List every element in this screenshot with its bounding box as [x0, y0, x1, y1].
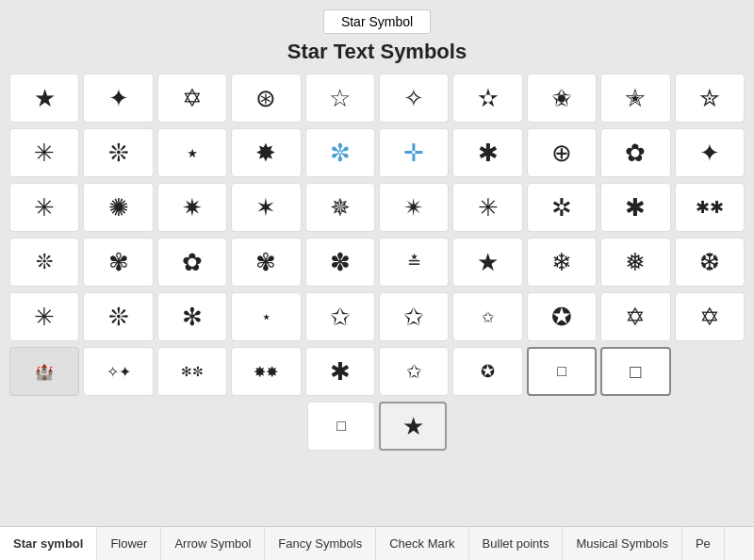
- symbol-cell[interactable]: ❄: [527, 238, 597, 287]
- tab-flower[interactable]: Flower: [97, 527, 161, 560]
- symbol-cell[interactable]: ✻: [157, 292, 227, 341]
- symbol-cell[interactable]: ✮: [675, 74, 745, 123]
- symbol-cell[interactable]: ✲: [527, 183, 597, 232]
- symbol-cell[interactable]: ✫: [452, 74, 522, 123]
- bottom-symbol-row: □ ★: [0, 402, 754, 451]
- symbol-cell[interactable]: ❊: [83, 128, 153, 177]
- symbol-cell[interactable]: ≛: [379, 238, 449, 287]
- symbol-cell[interactable]: ✽: [305, 238, 375, 287]
- symbol-cell[interactable]: ✱: [600, 183, 670, 232]
- tab-arrow-symbol[interactable]: Arrow Symbol: [161, 527, 265, 560]
- symbol-cell[interactable]: □: [527, 347, 597, 396]
- symbol-cell[interactable]: ✷: [157, 183, 227, 232]
- symbol-cell[interactable]: ✳: [9, 128, 79, 177]
- symbol-cell[interactable]: ✩: [305, 292, 375, 341]
- bottom-symbol-empty[interactable]: □: [307, 402, 375, 451]
- symbol-cell[interactable]: ✱✱: [675, 183, 745, 232]
- symbol-cell[interactable]: ✧✦: [83, 347, 153, 396]
- navigation-tabs: Star symbol Flower Arrow Symbol Fancy Sy…: [0, 526, 754, 560]
- tab-fancy-symbols[interactable]: Fancy Symbols: [265, 527, 376, 560]
- symbol-cell[interactable]: ✼: [305, 128, 375, 177]
- symbol-cell[interactable]: ✾: [83, 238, 153, 287]
- symbol-cell[interactable]: ✪: [452, 347, 522, 396]
- symbol-cell[interactable]: ✬: [527, 74, 597, 123]
- symbol-cell[interactable]: 🏰: [9, 347, 79, 396]
- symbol-cell[interactable]: ✦: [83, 74, 153, 123]
- tab-pe[interactable]: Pe: [682, 527, 725, 560]
- symbol-row-2: ✳ ✺ ✷ ✶ ✵ ✴ ✳ ✲ ✱ ✱✱: [9, 183, 745, 232]
- symbol-cell[interactable]: ✦: [675, 128, 745, 177]
- symbol-cell[interactable]: ❊: [9, 238, 79, 287]
- symbol-cell[interactable]: ⊕: [527, 128, 597, 177]
- symbol-row-1: ✳ ❊ ⋆ ✸ ✼ ✛ ✱ ⊕ ✿ ✦: [9, 128, 745, 177]
- symbol-cell[interactable]: ✴: [379, 183, 449, 232]
- page-title: Star Text Symbols: [0, 40, 754, 64]
- symbol-cell[interactable]: ✱: [452, 128, 522, 177]
- symbol-cell[interactable]: ✺: [83, 183, 153, 232]
- symbol-cell[interactable]: □: [600, 347, 670, 396]
- symbol-cell[interactable]: ✡: [157, 74, 227, 123]
- symbol-cell[interactable]: ✡: [675, 292, 745, 341]
- symbol-cell[interactable]: ✳: [452, 183, 522, 232]
- symbol-cell[interactable]: ❆: [675, 238, 745, 287]
- symbol-cell[interactable]: ✪: [527, 292, 597, 341]
- symbol-cell[interactable]: ✧: [379, 74, 449, 123]
- symbol-cell[interactable]: ⋆: [231, 292, 301, 341]
- symbol-row-0: ★ ✦ ✡ ⊛ ☆ ✧ ✫ ✬ ✭ ✮: [9, 74, 745, 123]
- symbol-cell[interactable]: ★: [452, 238, 522, 287]
- symbol-cell[interactable]: ✾: [231, 238, 301, 287]
- symbol-row-4: ✳ ❊ ✻ ⋆ ✩ ✩ ✩ ✪ ✡ ✡: [9, 292, 745, 341]
- star-symbol-button[interactable]: Star Symbol: [323, 9, 431, 34]
- bottom-symbol-star[interactable]: ★: [379, 402, 447, 451]
- symbol-cell[interactable]: ★: [9, 74, 79, 123]
- symbol-cell[interactable]: ✭: [600, 74, 670, 123]
- symbol-cell[interactable]: ✩: [452, 292, 522, 341]
- tab-bullet-points[interactable]: Bullet points: [469, 527, 564, 560]
- symbol-cell[interactable]: ✱: [305, 347, 375, 396]
- symbol-cell[interactable]: ⋆: [157, 128, 227, 177]
- symbol-cell[interactable]: ✿: [157, 238, 227, 287]
- symbol-cell-empty: [675, 347, 745, 396]
- tab-check-mark[interactable]: Check Mark: [376, 527, 468, 560]
- tab-star-symbol[interactable]: Star symbol: [0, 527, 97, 560]
- symbol-cell[interactable]: ✛: [379, 128, 449, 177]
- symbol-cell[interactable]: ✵: [305, 183, 375, 232]
- tab-musical-symbols[interactable]: Musical Symbols: [563, 527, 682, 560]
- symbol-cell[interactable]: ✸✸: [231, 347, 301, 396]
- symbol-row-5: 🏰 ✧✦ ✻✼ ✸✸ ✱ ✩ ✪ □ □: [9, 347, 745, 396]
- symbol-cell[interactable]: ✳: [9, 183, 79, 232]
- symbol-cell[interactable]: ❊: [83, 292, 153, 341]
- symbol-cell[interactable]: ☆: [305, 74, 375, 123]
- symbol-cell[interactable]: ✳: [9, 292, 79, 341]
- symbol-cell[interactable]: ✿: [600, 128, 670, 177]
- symbol-cell[interactable]: ✩: [379, 292, 449, 341]
- symbol-row-3: ❊ ✾ ✿ ✾ ✽ ≛ ★ ❄ ❅ ❆: [9, 238, 745, 287]
- symbol-cell[interactable]: ❅: [600, 238, 670, 287]
- symbol-cell[interactable]: ✩: [379, 347, 449, 396]
- symbol-cell[interactable]: ⊛: [231, 74, 301, 123]
- symbol-cell[interactable]: ✶: [231, 183, 301, 232]
- symbol-cell[interactable]: ✡: [600, 292, 670, 341]
- symbol-cell[interactable]: ✻✼: [157, 347, 227, 396]
- symbol-cell[interactable]: ✸: [231, 128, 301, 177]
